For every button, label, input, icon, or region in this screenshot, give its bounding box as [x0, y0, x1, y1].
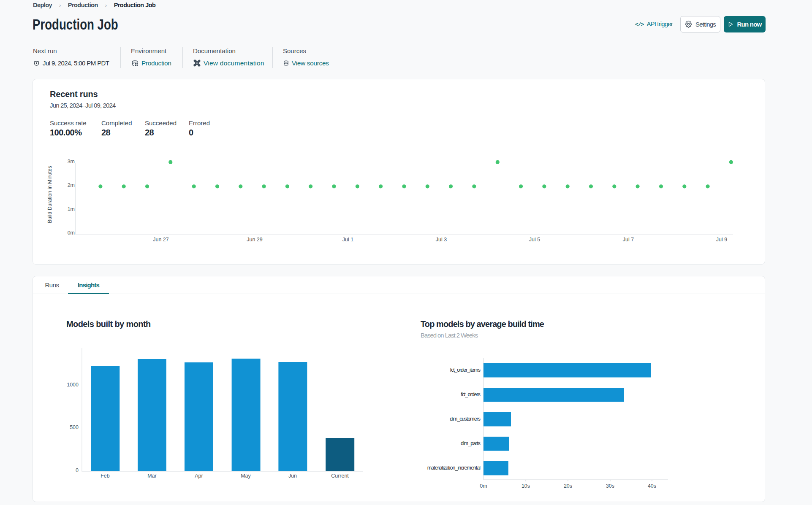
- svg-text:dim_parts: dim_parts: [461, 440, 481, 446]
- svg-text:0m: 0m: [68, 230, 75, 236]
- svg-text:500: 500: [70, 424, 79, 430]
- svg-text:2m: 2m: [68, 182, 75, 188]
- svg-text:dim_customers: dim_customers: [450, 416, 480, 422]
- svg-text:Apr: Apr: [195, 473, 203, 479]
- svg-text:0m: 0m: [480, 483, 487, 489]
- svg-text:May: May: [241, 473, 251, 479]
- svg-text:Build Duration in Minutes: Build Duration in Minutes: [47, 166, 53, 223]
- svg-text:10s: 10s: [521, 483, 530, 489]
- svg-text:0: 0: [76, 467, 79, 473]
- svg-text:Jun 29: Jun 29: [247, 237, 263, 243]
- svg-text:Jul 5: Jul 5: [529, 237, 540, 243]
- svg-text:Jul 7: Jul 7: [623, 237, 634, 243]
- svg-text:40s: 40s: [648, 483, 656, 489]
- svg-text:1000: 1000: [67, 382, 79, 388]
- svg-text:30s: 30s: [606, 483, 614, 489]
- svg-text:Feb: Feb: [100, 473, 110, 479]
- svg-text:Jun 27: Jun 27: [153, 237, 169, 243]
- svg-text:3m: 3m: [68, 159, 75, 165]
- svg-text:20s: 20s: [564, 483, 572, 489]
- svg-text:Jun: Jun: [288, 473, 297, 479]
- svg-text:1m: 1m: [68, 206, 75, 212]
- svg-text:materialization_incremental: materialization_incremental: [427, 465, 480, 471]
- svg-text:Mar: Mar: [147, 473, 157, 479]
- svg-text:Jul 3: Jul 3: [436, 237, 447, 243]
- svg-text:Current: Current: [331, 473, 349, 479]
- svg-text:fct_order_items: fct_order_items: [450, 367, 481, 373]
- svg-text:Jul 9: Jul 9: [716, 237, 727, 243]
- svg-text:fct_orders: fct_orders: [461, 392, 480, 397]
- svg-text:Jul 1: Jul 1: [342, 237, 353, 243]
